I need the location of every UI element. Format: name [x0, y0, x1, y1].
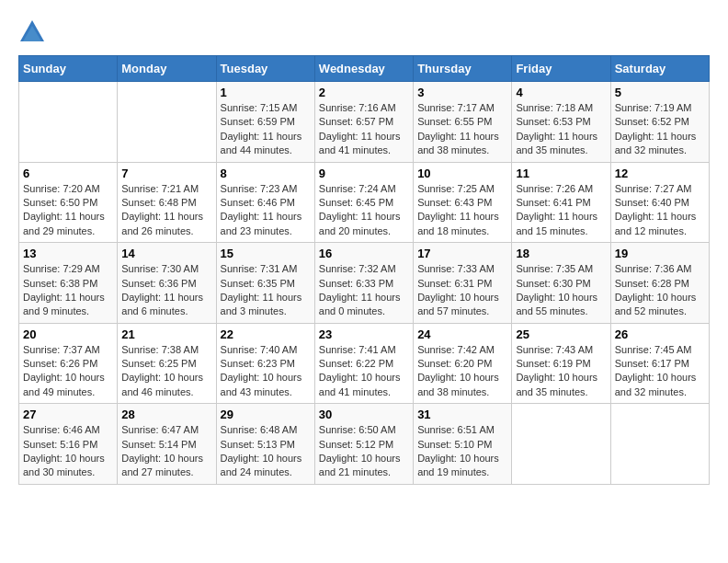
logo — [18, 18, 50, 46]
calendar-cell: 14Sunrise: 7:30 AM Sunset: 6:36 PM Dayli… — [118, 243, 216, 324]
day-number: 24 — [417, 327, 507, 341]
day-number: 5 — [615, 86, 705, 99]
calendar-week-2: 6Sunrise: 7:20 AM Sunset: 6:50 PM Daylig… — [19, 162, 710, 243]
day-info: Sunrise: 7:43 AM Sunset: 6:19 PM Dayligh… — [516, 343, 606, 400]
calendar-cell: 1Sunrise: 7:15 AM Sunset: 6:59 PM Daylig… — [216, 82, 314, 163]
calendar-week-4: 20Sunrise: 7:37 AM Sunset: 6:26 PM Dayli… — [19, 323, 710, 404]
calendar-week-3: 13Sunrise: 7:29 AM Sunset: 6:38 PM Dayli… — [19, 243, 710, 324]
day-number: 30 — [319, 408, 409, 421]
day-info: Sunrise: 7:37 AM Sunset: 6:26 PM Dayligh… — [23, 343, 113, 400]
calendar-cell: 29Sunrise: 6:48 AM Sunset: 5:13 PM Dayli… — [216, 404, 314, 485]
column-header-monday: Monday — [118, 56, 216, 82]
day-info: Sunrise: 6:48 AM Sunset: 5:13 PM Dayligh… — [221, 423, 311, 480]
calendar-cell: 7Sunrise: 7:21 AM Sunset: 6:48 PM Daylig… — [118, 162, 216, 243]
calendar-cell: 9Sunrise: 7:24 AM Sunset: 6:45 PM Daylig… — [314, 162, 413, 243]
calendar-cell: 8Sunrise: 7:23 AM Sunset: 6:46 PM Daylig… — [216, 162, 314, 243]
day-info: Sunrise: 7:15 AM Sunset: 6:59 PM Dayligh… — [221, 101, 311, 158]
day-info: Sunrise: 7:32 AM Sunset: 6:33 PM Dayligh… — [319, 262, 409, 319]
day-number: 31 — [417, 408, 507, 421]
day-info: Sunrise: 7:25 AM Sunset: 6:43 PM Dayligh… — [417, 182, 507, 239]
calendar-cell: 13Sunrise: 7:29 AM Sunset: 6:38 PM Dayli… — [19, 243, 118, 324]
calendar-cell: 10Sunrise: 7:25 AM Sunset: 6:43 PM Dayli… — [414, 162, 512, 243]
day-info: Sunrise: 7:35 AM Sunset: 6:30 PM Dayligh… — [516, 262, 606, 319]
calendar-cell: 25Sunrise: 7:43 AM Sunset: 6:19 PM Dayli… — [512, 323, 610, 404]
day-number: 9 — [319, 167, 409, 180]
day-info: Sunrise: 7:42 AM Sunset: 6:20 PM Dayligh… — [417, 343, 507, 400]
day-number: 10 — [417, 167, 507, 180]
calendar-cell: 12Sunrise: 7:27 AM Sunset: 6:40 PM Dayli… — [610, 162, 709, 243]
day-info: Sunrise: 7:38 AM Sunset: 6:25 PM Dayligh… — [121, 343, 211, 400]
day-number: 25 — [516, 327, 606, 341]
day-number: 19 — [615, 247, 705, 260]
page-header — [18, 18, 710, 46]
day-number: 23 — [319, 327, 409, 341]
day-info: Sunrise: 7:33 AM Sunset: 6:31 PM Dayligh… — [417, 262, 507, 319]
calendar-cell — [610, 404, 709, 485]
day-number: 17 — [417, 247, 507, 260]
calendar-cell: 30Sunrise: 6:50 AM Sunset: 5:12 PM Dayli… — [314, 404, 413, 485]
calendar-cell: 22Sunrise: 7:40 AM Sunset: 6:23 PM Dayli… — [216, 323, 314, 404]
day-number: 7 — [121, 167, 211, 180]
day-number: 13 — [23, 247, 113, 260]
day-info: Sunrise: 7:17 AM Sunset: 6:55 PM Dayligh… — [417, 101, 507, 158]
day-info: Sunrise: 7:27 AM Sunset: 6:40 PM Dayligh… — [615, 182, 705, 239]
column-header-wednesday: Wednesday — [314, 56, 413, 82]
calendar-week-1: 1Sunrise: 7:15 AM Sunset: 6:59 PM Daylig… — [19, 82, 710, 163]
day-number: 16 — [319, 247, 409, 260]
calendar-cell: 17Sunrise: 7:33 AM Sunset: 6:31 PM Dayli… — [414, 243, 512, 324]
calendar-cell: 21Sunrise: 7:38 AM Sunset: 6:25 PM Dayli… — [118, 323, 216, 404]
calendar-cell: 19Sunrise: 7:36 AM Sunset: 6:28 PM Dayli… — [610, 243, 709, 324]
day-number: 18 — [516, 247, 606, 260]
calendar-cell: 5Sunrise: 7:19 AM Sunset: 6:52 PM Daylig… — [610, 82, 709, 163]
day-number: 1 — [221, 86, 311, 99]
day-info: Sunrise: 7:30 AM Sunset: 6:36 PM Dayligh… — [121, 262, 211, 319]
day-number: 20 — [23, 327, 113, 341]
column-header-thursday: Thursday — [414, 56, 512, 82]
day-info: Sunrise: 7:29 AM Sunset: 6:38 PM Dayligh… — [23, 262, 113, 319]
day-number: 8 — [221, 167, 311, 180]
day-number: 6 — [23, 167, 113, 180]
day-info: Sunrise: 7:21 AM Sunset: 6:48 PM Dayligh… — [121, 182, 211, 239]
day-number: 27 — [23, 408, 113, 421]
logo-icon — [18, 18, 46, 46]
day-info: Sunrise: 6:50 AM Sunset: 5:12 PM Dayligh… — [319, 423, 409, 480]
day-info: Sunrise: 6:47 AM Sunset: 5:14 PM Dayligh… — [121, 423, 211, 480]
calendar-cell: 4Sunrise: 7:18 AM Sunset: 6:53 PM Daylig… — [512, 82, 610, 163]
day-number: 15 — [221, 247, 311, 260]
calendar-cell: 28Sunrise: 6:47 AM Sunset: 5:14 PM Dayli… — [118, 404, 216, 485]
column-header-friday: Friday — [512, 56, 610, 82]
day-number: 3 — [417, 86, 507, 99]
day-info: Sunrise: 7:24 AM Sunset: 6:45 PM Dayligh… — [319, 182, 409, 239]
calendar-cell: 20Sunrise: 7:37 AM Sunset: 6:26 PM Dayli… — [19, 323, 118, 404]
calendar-cell: 27Sunrise: 6:46 AM Sunset: 5:16 PM Dayli… — [19, 404, 118, 485]
day-number: 29 — [221, 408, 311, 421]
day-number: 2 — [319, 86, 409, 99]
calendar-cell: 23Sunrise: 7:41 AM Sunset: 6:22 PM Dayli… — [314, 323, 413, 404]
calendar-cell: 18Sunrise: 7:35 AM Sunset: 6:30 PM Dayli… — [512, 243, 610, 324]
calendar-cell: 31Sunrise: 6:51 AM Sunset: 5:10 PM Dayli… — [414, 404, 512, 485]
day-info: Sunrise: 7:16 AM Sunset: 6:57 PM Dayligh… — [319, 101, 409, 158]
day-number: 4 — [516, 86, 606, 99]
column-header-sunday: Sunday — [19, 56, 118, 82]
calendar-cell — [512, 404, 610, 485]
day-info: Sunrise: 7:23 AM Sunset: 6:46 PM Dayligh… — [221, 182, 311, 239]
day-info: Sunrise: 7:18 AM Sunset: 6:53 PM Dayligh… — [516, 101, 606, 158]
day-info: Sunrise: 7:26 AM Sunset: 6:41 PM Dayligh… — [516, 182, 606, 239]
calendar-cell — [19, 82, 118, 163]
day-info: Sunrise: 6:51 AM Sunset: 5:10 PM Dayligh… — [417, 423, 507, 480]
calendar-cell: 3Sunrise: 7:17 AM Sunset: 6:55 PM Daylig… — [414, 82, 512, 163]
calendar-week-5: 27Sunrise: 6:46 AM Sunset: 5:16 PM Dayli… — [19, 404, 710, 485]
day-info: Sunrise: 7:36 AM Sunset: 6:28 PM Dayligh… — [615, 262, 705, 319]
calendar-cell: 11Sunrise: 7:26 AM Sunset: 6:41 PM Dayli… — [512, 162, 610, 243]
calendar-cell: 26Sunrise: 7:45 AM Sunset: 6:17 PM Dayli… — [610, 323, 709, 404]
day-info: Sunrise: 7:31 AM Sunset: 6:35 PM Dayligh… — [221, 262, 311, 319]
day-info: Sunrise: 7:41 AM Sunset: 6:22 PM Dayligh… — [319, 343, 409, 400]
column-header-tuesday: Tuesday — [216, 56, 314, 82]
calendar-table: SundayMondayTuesdayWednesdayThursdayFrid… — [18, 55, 710, 485]
calendar-cell: 16Sunrise: 7:32 AM Sunset: 6:33 PM Dayli… — [314, 243, 413, 324]
calendar-cell: 15Sunrise: 7:31 AM Sunset: 6:35 PM Dayli… — [216, 243, 314, 324]
day-number: 11 — [516, 167, 606, 180]
calendar-cell: 24Sunrise: 7:42 AM Sunset: 6:20 PM Dayli… — [414, 323, 512, 404]
day-info: Sunrise: 7:40 AM Sunset: 6:23 PM Dayligh… — [221, 343, 311, 400]
column-header-saturday: Saturday — [610, 56, 709, 82]
